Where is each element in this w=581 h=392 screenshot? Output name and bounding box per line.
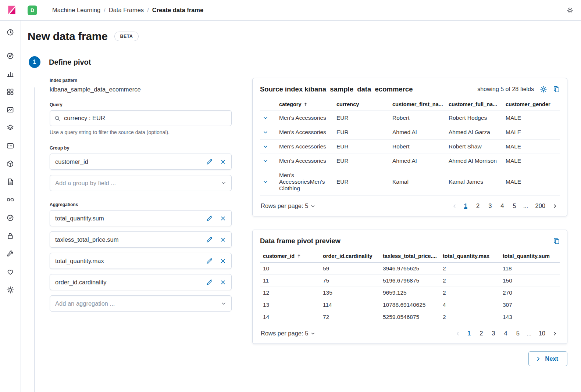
rows-per-page-select[interactable]: Rows per page: 5 [261, 330, 315, 337]
search-input[interactable] [64, 115, 227, 122]
rows-per-page-select[interactable]: Rows per page: 5 [261, 202, 315, 209]
remove-aggregation-button[interactable] [220, 258, 226, 264]
cell-gender: MALE [503, 168, 560, 196]
breadcrumb-machine-learning[interactable]: Machine Learning [52, 7, 100, 14]
copy-to-clipboard-button[interactable] [553, 86, 560, 93]
page-number[interactable]: 2 [473, 201, 483, 211]
row-expand-button[interactable] [263, 158, 273, 163]
chevron-down-icon [221, 180, 226, 186]
index-pattern-label: Index pattern [50, 78, 232, 83]
sidebar-item-dashboard[interactable] [3, 84, 18, 99]
sidebar-item-discover[interactable] [3, 48, 18, 63]
column-header-category[interactable]: category [276, 98, 334, 111]
column-header-customer-first-name[interactable]: customer_first_na... [389, 98, 446, 111]
column-header-currency[interactable]: currency [334, 98, 389, 111]
column-header-customer-gender[interactable]: customer_gender [503, 98, 560, 111]
sidebar-item-maps[interactable] [3, 121, 18, 135]
cell-total-quantity-sum: 118 [500, 263, 560, 275]
sidebar-item-machine-learning[interactable] [3, 139, 18, 153]
cell-taxless-total-price: 3946.9765625 [380, 263, 440, 275]
page-number[interactable]: 5 [513, 329, 523, 338]
row-expand-button[interactable] [263, 130, 273, 135]
column-header-order-id-cardinality[interactable]: order_id.cardinality [320, 250, 380, 263]
prev-page-button[interactable] [450, 202, 459, 210]
cell-currency: EUR [334, 168, 389, 196]
cell-full-name: Robert Hodges [446, 111, 503, 125]
sidebar-item-recent[interactable] [3, 25, 18, 40]
group-by-label: Group by [50, 145, 232, 151]
pivot-preview-table: customer_id order_id.cardinality taxless… [260, 250, 560, 323]
canvas-icon [7, 106, 14, 114]
page-number[interactable]: 200 [532, 201, 549, 211]
column-header-taxless-total-price[interactable]: taxless_total_price.... [380, 250, 440, 263]
pencil-icon [206, 215, 213, 222]
page-number[interactable]: 3 [485, 201, 495, 211]
table-row: Men's Accessories EUR Ahmed Al Ahmed Al … [260, 125, 560, 140]
sidebar-item-dev-tools[interactable] [3, 247, 18, 261]
step-number-badge: 1 [29, 56, 40, 68]
remove-aggregation-button[interactable] [220, 279, 226, 285]
cell-customer-id: 14 [260, 311, 320, 323]
cell-full-name: Robert Shaw [446, 140, 503, 154]
page-number[interactable]: 1 [464, 329, 474, 338]
header-divider [45, 0, 45, 20]
edit-aggregation-button[interactable] [206, 237, 213, 243]
page-number[interactable]: 3 [488, 329, 498, 338]
space-badge[interactable]: D [28, 6, 37, 15]
page-number[interactable]: 1 [461, 201, 471, 211]
chevron-right-icon [535, 356, 541, 362]
aggregation-item-label: total_quantity.sum [55, 215, 104, 222]
cell-first-name: Ahmed Al [389, 154, 446, 168]
remove-group-by-button[interactable] [220, 159, 226, 165]
next-button[interactable]: Next [528, 351, 567, 366]
next-page-button[interactable] [551, 330, 559, 338]
edit-aggregation-button[interactable] [206, 258, 213, 264]
row-expand-button[interactable] [263, 179, 273, 184]
gear-icon [7, 286, 14, 294]
sidebar-item-uptime[interactable] [3, 211, 18, 225]
add-aggregation-select[interactable]: Add an aggregation ... [50, 295, 232, 312]
breadcrumb-data-frames[interactable]: Data Frames [109, 7, 144, 14]
maps-layers-icon [7, 124, 14, 132]
sidebar-item-infrastructure[interactable] [3, 157, 18, 171]
cell-currency: EUR [334, 111, 389, 125]
remove-aggregation-button[interactable] [220, 215, 226, 222]
app-window: D Machine Learning / Data Frames / Creat… [0, 0, 581, 392]
row-expand-button[interactable] [263, 115, 273, 121]
prev-page-button[interactable] [454, 330, 462, 338]
sidebar-item-canvas[interactable] [3, 103, 18, 117]
chevron-left-icon [455, 331, 460, 336]
next-page-button[interactable] [551, 202, 559, 210]
remove-aggregation-button[interactable] [220, 237, 226, 243]
column-settings-button[interactable] [540, 86, 547, 93]
kibana-logo-icon[interactable] [7, 5, 17, 15]
edit-aggregation-button[interactable] [206, 215, 213, 222]
sidebar-item-siem[interactable] [3, 229, 18, 243]
edit-aggregation-button[interactable] [206, 279, 213, 285]
page-number[interactable]: 4 [497, 201, 507, 211]
sidebar-item-management[interactable] [3, 283, 18, 297]
copy-to-clipboard-button[interactable] [553, 238, 560, 244]
column-header-customer-full-name[interactable]: customer_full_na... [446, 98, 503, 111]
column-header-total-quantity-sum[interactable]: total_quantity.sum [500, 250, 560, 263]
column-header-customer-id[interactable]: customer_id [260, 250, 320, 263]
cell-total-quantity-max: 2 [440, 311, 500, 323]
column-header-total-quantity-max[interactable]: total_quantity.max [440, 250, 500, 263]
sidebar-item-visualize[interactable] [3, 66, 18, 81]
page-number[interactable]: 5 [510, 201, 520, 211]
cell-customer-id: 13 [260, 299, 320, 311]
page-number[interactable]: 10 [535, 329, 549, 338]
sidebar-item-monitoring[interactable] [3, 265, 18, 279]
cell-gender: MALE [503, 154, 560, 168]
add-group-by-select[interactable]: Add a group by field ... [50, 175, 232, 191]
edit-group-by-button[interactable] [206, 159, 213, 165]
page-number[interactable]: 4 [501, 329, 511, 338]
step-connector-line [34, 87, 35, 392]
page-number[interactable]: 2 [476, 329, 486, 338]
sidebar-item-apm[interactable] [3, 193, 18, 207]
chevron-down-icon [221, 301, 226, 306]
row-expand-button[interactable] [263, 144, 273, 149]
header-settings-button[interactable] [567, 7, 573, 13]
sidebar-item-logs[interactable] [3, 175, 18, 189]
cell-order-id-cardinality: 135 [320, 287, 380, 299]
